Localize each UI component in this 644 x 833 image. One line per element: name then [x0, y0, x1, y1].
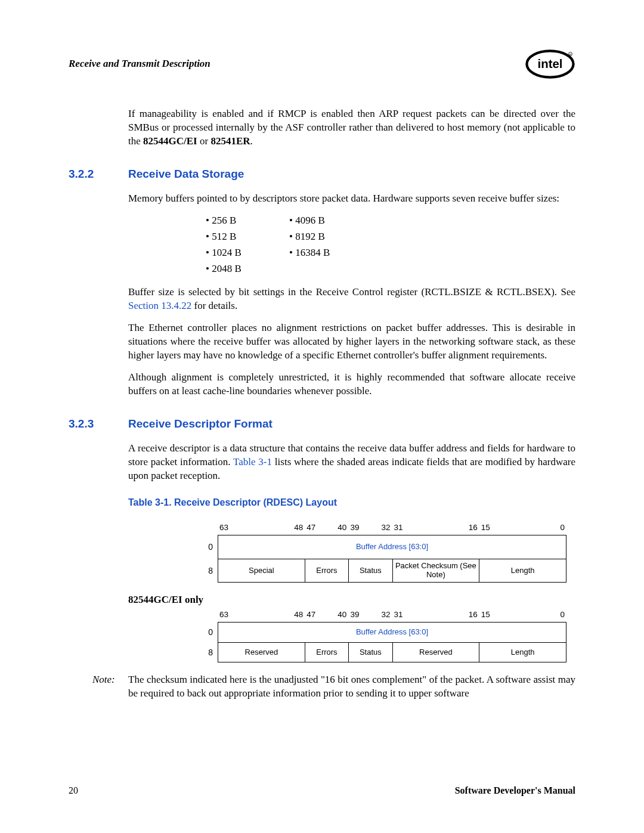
text: or [197, 135, 211, 147]
note: Note: The checksum indicated here is the… [69, 673, 575, 701]
bit: 40 [336, 522, 348, 533]
table-caption: Table 3-1. Receive Descriptor (RDESC) La… [128, 496, 575, 509]
table-row: 0 Buffer Address [63:0] [203, 622, 566, 642]
table-row: 0 Buffer Address [63:0] [203, 535, 566, 559]
field-buffer-address[interactable]: Buffer Address [63:0] [218, 535, 566, 559]
bit: 15 [479, 522, 492, 533]
bit: 47 [305, 522, 317, 533]
field-length: Length [479, 559, 566, 582]
field-status: Status [349, 643, 392, 662]
intel-logo-icon: intel R [525, 48, 575, 80]
list-item: 8192 B [289, 230, 373, 244]
bit: 0 [558, 522, 566, 533]
table-row: 8 Reserved Errors Status Reserved Length [203, 642, 566, 662]
bit: 48 [292, 609, 305, 620]
field-status: Status [349, 559, 392, 582]
paragraph: Memory buffers pointed to by descriptors… [128, 192, 575, 206]
text: . [250, 135, 253, 147]
list-item: 2048 B [206, 262, 289, 276]
rdesc-table: 0 Buffer Address [63:0] 8 Reserved Error… [203, 622, 566, 662]
field-reserved: Reserved [393, 643, 480, 662]
rdesc-table: 0 Buffer Address [63:0] 8 Special Errors… [203, 535, 566, 583]
paragraph: Although alignment is completely unrestr… [128, 371, 575, 398]
bit: 47 [305, 609, 317, 620]
text-bold: 82541ER [210, 135, 250, 147]
paragraph: The Ethernet controller places no alignm… [128, 321, 575, 363]
variant-label: 82544GC/EI only [128, 593, 575, 607]
buffer-col-left: 256 B 512 B 1024 B 2048 B [206, 214, 289, 278]
list-item: 256 B [206, 214, 289, 228]
page-header: Receive and Transmit Description intel R [69, 48, 575, 80]
svg-text:R: R [569, 53, 571, 56]
bit: 32 [379, 609, 392, 620]
section-link[interactable]: Section 13.4.22 [128, 300, 191, 311]
bit: 40 [336, 609, 348, 620]
buffer-col-right: 4096 B 8192 B 16384 B [289, 214, 373, 278]
list-item: 4096 B [289, 214, 373, 228]
bit: 39 [348, 522, 361, 533]
bit: 31 [392, 522, 405, 533]
bit: 15 [479, 609, 492, 620]
bit: 48 [292, 522, 305, 533]
bit-labels: 6348 4740 3932 3116 150 [203, 522, 566, 535]
page: Receive and Transmit Description intel R… [0, 0, 644, 833]
svg-text:intel: intel [538, 57, 563, 70]
section-title: Receive Data Storage [128, 166, 244, 182]
text: Buffer size is selected by bit settings … [128, 286, 575, 298]
bit: 63 [218, 522, 230, 533]
rdesc-layout-diagram-82544: 6348 4740 3932 3116 150 0 Buffer Address… [203, 609, 566, 662]
paragraph: Buffer size is selected by bit settings … [128, 286, 575, 313]
field-packet-checksum: Packet Checksum (See Note) [393, 559, 480, 582]
bit: 39 [348, 609, 361, 620]
section-number: 3.2.3 [69, 416, 128, 432]
footer-doc-title: Software Developer's Manual [455, 784, 575, 797]
note-body: The checksum indicated here is the unadj… [128, 673, 575, 701]
text: for details. [191, 300, 237, 311]
paragraph: A receive descriptor is a data structure… [128, 442, 575, 483]
list-item: 1024 B [206, 246, 289, 260]
offset: 8 [203, 559, 218, 583]
text-bold: 82544GC/EI [143, 135, 197, 147]
bit: 31 [392, 609, 405, 620]
rdesc-layout-diagram: 6348 4740 3932 3116 150 0 Buffer Address… [203, 522, 566, 583]
table-row: 8 Special Errors Status Packet Checksum … [203, 559, 566, 583]
field-errors: Errors [305, 643, 349, 662]
bit: 63 [218, 609, 230, 620]
field-special: Special [218, 559, 305, 582]
offset: 0 [203, 622, 218, 642]
section-number: 3.2.2 [69, 166, 128, 182]
offset: 0 [203, 535, 218, 559]
note-label: Note: [92, 673, 128, 701]
table-link[interactable]: Table 3-1 [233, 456, 272, 467]
field-reserved: Reserved [218, 643, 305, 662]
section-heading-3-2-2: 3.2.2 Receive Data Storage [69, 166, 575, 182]
section-title: Receive Descriptor Format [128, 416, 273, 432]
list-item: 512 B [206, 230, 289, 244]
bit: 32 [379, 522, 392, 533]
bit-labels: 6348 4740 3932 3116 150 [203, 609, 566, 622]
intro-paragraph: If manageability is enabled and if RMCP … [128, 107, 575, 148]
field-length: Length [479, 643, 566, 662]
field-errors: Errors [305, 559, 349, 582]
page-footer: 20 Software Developer's Manual [69, 784, 575, 797]
section-heading-3-2-3: 3.2.3 Receive Descriptor Format [69, 416, 575, 432]
page-number: 20 [69, 784, 78, 797]
list-item: 16384 B [289, 246, 373, 260]
bit: 16 [467, 522, 479, 533]
running-head: Receive and Transmit Description [69, 57, 210, 71]
bit: 0 [558, 609, 566, 620]
buffer-size-list: 256 B 512 B 1024 B 2048 B 4096 B 8192 B … [206, 214, 575, 278]
offset: 8 [203, 642, 218, 662]
field-buffer-address[interactable]: Buffer Address [63:0] [218, 623, 566, 642]
bit: 16 [467, 609, 479, 620]
